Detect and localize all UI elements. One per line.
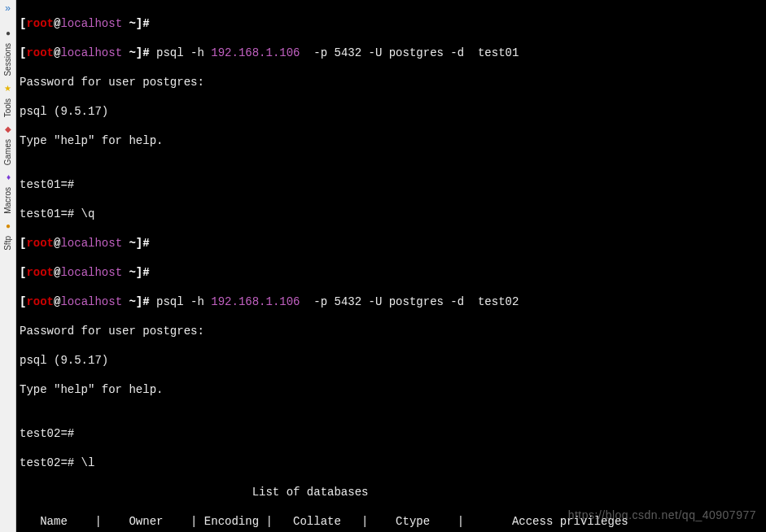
sidebar-tab-tools[interactable]: Tools★: [1, 81, 15, 117]
sidebar-tab-sftp[interactable]: Sftp●: [1, 219, 15, 251]
macros-icon: ♦: [6, 170, 10, 185]
prompt-line: [root@localhost ~]# psql -h 192.168.1.10…: [20, 46, 763, 60]
sidebar-tab-games[interactable]: Games◆: [1, 122, 15, 165]
terminal[interactable]: [root@localhost ~]# [root@localhost ~]# …: [16, 0, 766, 532]
psql-prompt: test01=#: [20, 177, 763, 192]
output-line: Password for user postgres:: [20, 324, 763, 338]
sidebar: » Sessions●Tools★Games◆Macros♦Sftp●: [0, 0, 16, 532]
psql-prompt: test02=# \l: [20, 456, 763, 470]
prompt-line: [root@localhost ~]# psql -h 192.168.1.10…: [20, 294, 763, 309]
output-line: psql (9.5.17): [20, 353, 763, 368]
expand-icon[interactable]: »: [5, 2, 11, 16]
output-line: Password for user postgres:: [20, 75, 763, 89]
prompt-line: [root@localhost ~]#: [20, 265, 763, 280]
psql-prompt: test01=# \q: [20, 207, 763, 221]
output-line: Type "help" for help.: [20, 133, 763, 148]
output-line: psql (9.5.17): [20, 104, 763, 119]
sidebar-tab-macros[interactable]: Macros♦: [1, 170, 15, 214]
prompt-line: [root@localhost ~]#: [20, 236, 763, 251]
sessions-icon: ●: [5, 26, 10, 41]
table-title: List of databases: [20, 485, 763, 499]
sidebar-tab-sessions[interactable]: Sessions●: [1, 26, 15, 76]
watermark: https://blog.csdn.net/qq_40907977: [568, 508, 756, 522]
psql-prompt: test02=#: [20, 426, 763, 441]
games-icon: ◆: [5, 122, 11, 137]
prompt-line: [root@localhost ~]#: [20, 16, 763, 31]
output-line: Type "help" for help.: [20, 382, 763, 397]
tools-icon: ★: [4, 81, 11, 96]
sftp-icon: ●: [5, 219, 10, 233]
